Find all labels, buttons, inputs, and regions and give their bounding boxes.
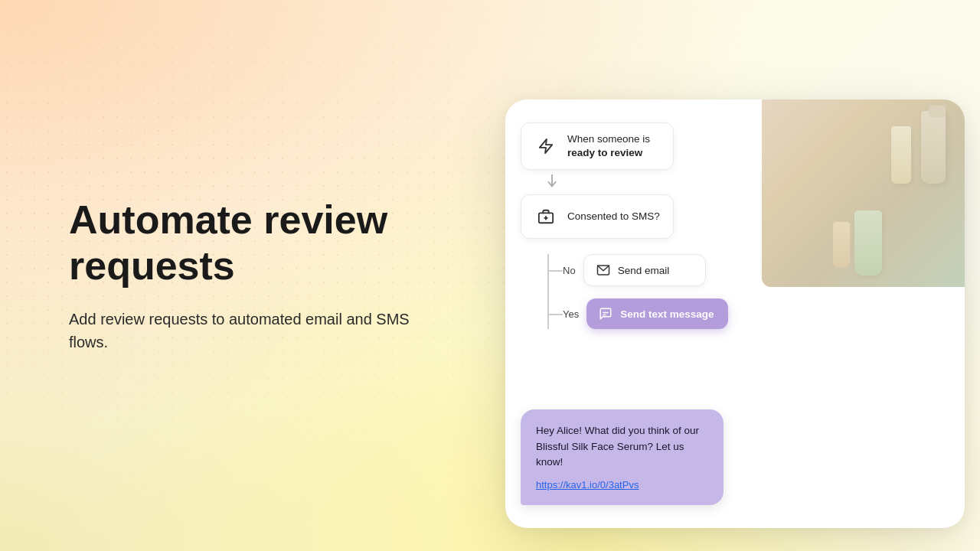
send-sms-node: Send text message [586, 298, 728, 329]
condition-node: Consented to SMS? [521, 194, 674, 239]
connector-arrow [547, 174, 735, 190]
send-sms-label: Send text message [620, 308, 714, 320]
sub-text: Add review requests to automated email a… [69, 308, 452, 354]
no-connector [547, 270, 563, 272]
sms-bubble: Hey Alice! What did you think of our Bli… [521, 409, 724, 505]
yes-label: Yes [563, 308, 579, 320]
trigger-text: When someone is ready to review [567, 132, 650, 160]
sms-icon [599, 307, 612, 321]
yes-connector [547, 314, 563, 315]
send-email-label: Send email [618, 265, 670, 276]
main-heading: Automate review requests [69, 197, 452, 289]
sms-message-text: Hey Alice! What did you think of our Bli… [536, 423, 708, 470]
svg-marker-0 [540, 139, 553, 153]
trigger-icon [534, 134, 558, 158]
yes-branch: Yes Send text message [521, 298, 735, 329]
send-email-node: Send email [583, 254, 706, 286]
branch-area: No Send email Ye [521, 254, 735, 329]
hero-section: Automate review requests Add review requ… [69, 197, 452, 354]
email-icon [596, 263, 610, 277]
sms-consent-icon [534, 204, 558, 229]
no-branch: No Send email [521, 254, 735, 286]
product-image [762, 99, 965, 287]
trigger-node: When someone is ready to review [521, 122, 674, 170]
sms-link[interactable]: https://kav1.io/0/3atPvs [536, 479, 639, 491]
image-overlay [762, 99, 965, 287]
no-label: No [563, 265, 576, 276]
right-panel: G+C Good Company When someo [475, 0, 980, 551]
condition-text: Consented to SMS? [567, 210, 660, 223]
card-mockup: G+C Good Company When someo [505, 99, 965, 528]
